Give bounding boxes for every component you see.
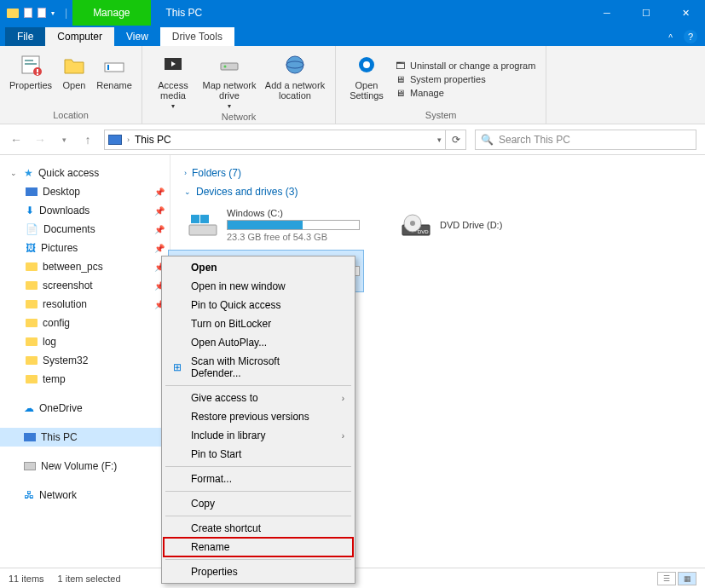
menu-item-give-access[interactable]: Give access to› — [164, 389, 353, 407]
sidebar-item-desktop[interactable]: Desktop📌 — [0, 182, 170, 201]
manage-link[interactable]: 🖥Manage — [392, 87, 539, 99]
properties-button[interactable]: Properties — [7, 49, 55, 108]
forward-button[interactable]: → — [32, 133, 48, 147]
qat-item-icon[interactable] — [24, 8, 32, 18]
add-network-location-button[interactable]: Add a network location — [262, 49, 328, 110]
drive-item-c[interactable]: Windows (C:) 23.3 GB free of 54.3 GB — [184, 205, 363, 245]
menu-item-pin-quick-access[interactable]: Pin to Quick access — [164, 296, 353, 314]
section-drives[interactable]: ⌄Devices and drives (3) — [184, 186, 691, 198]
sidebar-item-temp[interactable]: temp — [0, 370, 170, 389]
sidebar-item-screenshot[interactable]: screenshot📌 — [0, 276, 170, 295]
chevron-down-icon[interactable]: ▾ — [437, 135, 442, 144]
label: Documents — [43, 223, 95, 235]
menu-item-pin-start[interactable]: Pin to Start — [164, 445, 353, 464]
tiles-view-button[interactable]: ▦ — [678, 572, 696, 585]
sidebar-item-documents[interactable]: 📄Documents📌 — [0, 220, 170, 239]
desktop-icon — [26, 187, 38, 196]
sidebar-item-system32[interactable]: System32 — [0, 351, 170, 370]
folder-icon — [26, 375, 38, 383]
details-view-button[interactable]: ☰ — [657, 572, 676, 585]
tab-file[interactable]: File — [5, 27, 45, 46]
sidebar-item-quick-access[interactable]: ⌄★Quick access — [0, 164, 170, 182]
folder-icon — [26, 319, 38, 327]
up-button[interactable]: ↑ — [80, 133, 95, 147]
star-icon: ★ — [24, 167, 33, 179]
free-space-text: 23.3 GB free of 54.3 GB — [227, 232, 360, 242]
menu-item-bitlocker[interactable]: Turn on BitLocker — [164, 314, 353, 333]
minimize-button[interactable]: ─ — [587, 0, 627, 26]
system-properties-link[interactable]: 🖥System properties — [392, 73, 539, 85]
sidebar-item-new-volume[interactable]: New Volume (F:) — [0, 457, 170, 476]
sidebar-item-log[interactable]: log — [0, 332, 170, 351]
qat-item-icon[interactable] — [38, 8, 46, 18]
folder-icon — [26, 356, 38, 365]
menu-item-include-library[interactable]: Include in library› — [164, 426, 353, 445]
close-button[interactable]: ✕ — [666, 0, 705, 26]
recent-locations-button[interactable]: ▾ — [56, 135, 72, 144]
address-bar[interactable]: › This PC ▾ — [104, 130, 446, 150]
sidebar-item-onedrive[interactable]: ☁OneDrive — [0, 399, 170, 418]
back-button[interactable]: ← — [9, 133, 24, 147]
separator — [165, 491, 351, 492]
menu-item-open[interactable]: Open — [164, 258, 353, 277]
navigation-bar: ← → ▾ ↑ › This PC ▾ ⟳ 🔍 Search This PC — [0, 124, 705, 155]
quick-access-toolbar: ▾ | — [0, 7, 72, 19]
drive-item-dvd[interactable]: DVD DVD Drive (D:) — [397, 205, 542, 245]
refresh-button[interactable]: ⟳ — [446, 130, 466, 150]
menu-item-create-shortcut[interactable]: Create shortcut — [164, 519, 353, 538]
svg-point-21 — [410, 221, 415, 226]
tab-computer[interactable]: Computer — [45, 27, 114, 46]
label: Open AutoPlay... — [191, 337, 267, 349]
label: Scan with Microsoft Defender... — [191, 355, 329, 379]
menu-item-open-new-window[interactable]: Open in new window — [164, 277, 353, 296]
help-icon[interactable]: ? — [683, 29, 698, 44]
menu-item-rename[interactable]: Rename — [164, 538, 353, 556]
menu-item-defender[interactable]: ⊞Scan with Microsoft Defender... — [164, 352, 353, 383]
sidebar-item-config[interactable]: config — [0, 314, 170, 332]
menu-item-restore-versions[interactable]: Restore previous versions — [164, 407, 353, 426]
label: config — [43, 317, 70, 329]
maximize-button[interactable]: ☐ — [627, 0, 666, 26]
menu-item-copy[interactable]: Copy — [164, 494, 353, 513]
search-box[interactable]: 🔍 Search This PC — [475, 130, 696, 150]
label: Copy — [191, 498, 215, 510]
tab-view[interactable]: View — [114, 27, 160, 46]
titlebar: ▾ | Manage This PC ─ ☐ ✕ — [0, 0, 705, 26]
label: Open in new window — [191, 280, 286, 292]
document-icon: 📄 — [26, 223, 38, 235]
contextual-tab-manage[interactable]: Manage — [72, 0, 150, 26]
tab-drive-tools[interactable]: Drive Tools — [160, 27, 234, 46]
sidebar-item-resolution[interactable]: resolution📌 — [0, 295, 170, 314]
open-settings-button[interactable]: Open Settings — [343, 49, 390, 108]
chevron-down-icon: ▾ — [228, 102, 231, 110]
sidebar-item-pictures[interactable]: 🖼Pictures📌 — [0, 239, 170, 257]
label: Turn on BitLocker — [191, 318, 271, 330]
access-media-button[interactable]: Access media ▾ — [149, 49, 197, 110]
label: Pin to Quick access — [191, 299, 280, 311]
svg-point-12 — [286, 56, 303, 73]
drive-icon — [24, 462, 36, 470]
label: Properties — [191, 566, 238, 578]
open-button[interactable]: Open — [56, 49, 92, 108]
selection-count: 1 item selected — [58, 574, 121, 584]
pin-icon: 📌 — [154, 244, 165, 253]
address-text: This PC — [135, 134, 171, 146]
system-links: 🗔Uninstall or change a program 🖥System p… — [392, 49, 539, 108]
drive-network-icon — [216, 51, 243, 78]
menu-item-properties[interactable]: Properties — [164, 562, 353, 581]
collapse-ribbon-icon[interactable]: ^ — [668, 33, 673, 43]
section-folders[interactable]: ›Folders (7) — [184, 167, 691, 179]
uninstall-program-link[interactable]: 🗔Uninstall or change a program — [392, 60, 539, 72]
sidebar-item-between-pcs[interactable]: between_pcs📌 — [0, 257, 170, 276]
menu-item-format[interactable]: Format... — [164, 470, 353, 488]
sidebar-item-downloads[interactable]: ⬇Downloads📌 — [0, 201, 170, 220]
sidebar-item-network[interactable]: 🖧Network — [0, 486, 170, 504]
map-network-drive-button[interactable]: Map network drive ▾ — [199, 49, 260, 110]
sidebar-item-this-pc[interactable]: This PC — [0, 428, 170, 447]
separator — [165, 385, 351, 386]
pictures-icon: 🖼 — [26, 242, 36, 254]
rename-button[interactable]: Rename — [94, 49, 135, 108]
chevron-down-icon: ⌄ — [184, 187, 191, 196]
qat-dropdown-icon[interactable]: ▾ — [51, 9, 55, 17]
menu-item-autoplay[interactable]: Open AutoPlay... — [164, 333, 353, 352]
